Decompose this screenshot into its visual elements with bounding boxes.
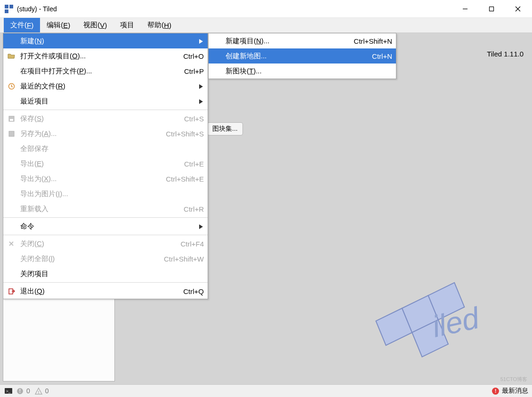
folder-open-icon (6, 51, 16, 61)
menu-item-close: 关闭(C) Ctrl+F4 (3, 236, 208, 251)
blank-icon (6, 222, 16, 231)
svg-marker-19 (199, 224, 203, 229)
window-title: (study) - Tiled (17, 5, 452, 13)
submenu-item-new-map[interactable]: 创建新地图... Ctrl+N (209, 48, 396, 64)
quit-icon (6, 286, 16, 296)
menu-item-export-image: 导出为图片(I)... (3, 186, 208, 201)
menu-item-save: 保存(S) Ctrl+S (3, 111, 208, 126)
shortcut-label: Ctrl+N (372, 52, 392, 60)
blank-icon (6, 204, 16, 214)
submenu-item-new-project[interactable]: 新建项目(N)... Ctrl+Shift+N (209, 33, 396, 48)
error-icon[interactable]: ! (15, 387, 24, 395)
blank-icon (6, 36, 16, 46)
close-button[interactable] (505, 0, 531, 17)
save-as-icon (6, 129, 16, 138)
svg-marker-14 (199, 84, 203, 89)
tileset-button[interactable]: 图块集... (207, 122, 243, 135)
titlebar: (study) - Tiled (0, 0, 532, 18)
statusbar: >_ ! 0 ! 0 ! 最新消息 (0, 384, 532, 397)
menu-separator (3, 235, 208, 235)
blank-icon (6, 96, 16, 106)
blank-icon (6, 189, 16, 198)
menu-item-commands[interactable]: 命令 (3, 219, 208, 234)
menu-item-export: 导出(E) Ctrl+E (3, 156, 208, 171)
shortcut-label: Ctrl+F4 (180, 240, 204, 248)
menu-item-close-all: 关闭全部(l) Ctrl+Shift+W (3, 251, 208, 266)
maximize-button[interactable] (478, 0, 505, 17)
menu-item-close-project[interactable]: 关闭项目 (3, 266, 208, 281)
shortcut-label: Ctrl+R (184, 205, 204, 213)
news-button[interactable]: ! 最新消息 (492, 387, 528, 395)
blank-icon (6, 159, 16, 168)
submenu-arrow-icon (199, 82, 203, 90)
svg-text:!: ! (38, 390, 39, 395)
svg-rect-17 (10, 119, 13, 121)
blank-icon (211, 36, 222, 46)
warning-icon[interactable]: ! (34, 387, 43, 395)
menu-separator (3, 110, 208, 110)
version-label: Tiled 1.11.0 (487, 50, 524, 58)
blank-icon (6, 144, 16, 153)
warning-count: 0 (45, 387, 49, 395)
shortcut-label: Ctrl+E (184, 160, 204, 168)
menu-file[interactable]: 文件(F) (4, 18, 40, 32)
menu-help[interactable]: 帮助(H) (141, 18, 178, 32)
menubar: 文件(F) 编辑(E) 视图(V) 项目 帮助(H) (0, 18, 532, 33)
shortcut-label: Ctrl+Shift+W (164, 255, 204, 263)
svg-rect-1 (9, 5, 13, 8)
menu-item-open-in-project[interactable]: 在项目中打开文件(P)... Ctrl+P (3, 64, 208, 79)
shortcut-label: Ctrl+Shift+E (166, 175, 204, 183)
clock-icon (6, 81, 16, 91)
menu-item-reload: 重新载入 Ctrl+R (3, 201, 208, 216)
menu-item-save-as: 另存为(A)... Ctrl+Shift+S (3, 126, 208, 141)
tiled-logo: iled (344, 257, 513, 361)
shortcut-label: Ctrl+O (183, 52, 204, 60)
menu-item-new[interactable]: 新建(N) (3, 33, 208, 48)
new-submenu: 新建项目(N)... Ctrl+Shift+N 创建新地图... Ctrl+N … (208, 33, 396, 79)
menu-view[interactable]: 视图(V) (77, 18, 113, 32)
save-icon (6, 114, 16, 123)
shortcut-label: Ctrl+Shift+N (354, 37, 392, 45)
notification-badge-icon: ! (492, 388, 499, 395)
news-label: 最新消息 (502, 387, 528, 395)
svg-marker-15 (199, 99, 203, 104)
menu-edit[interactable]: 编辑(E) (40, 18, 77, 32)
menu-item-export-as: 导出为(X)... Ctrl+Shift+E (3, 171, 208, 186)
svg-rect-4 (490, 7, 494, 11)
menu-item-recent-files[interactable]: 最近的文件(R) (3, 79, 208, 94)
blank-icon (211, 66, 222, 76)
blank-icon (6, 66, 16, 76)
menu-item-recent-projects[interactable]: 最近项目 (3, 94, 208, 109)
blank-icon (211, 51, 222, 61)
watermark: 51CTO博客 (500, 376, 527, 383)
file-menu-dropdown: 新建(N) 打开文件或项目(O)... Ctrl+O 在项目中打开文件(P)..… (3, 33, 208, 299)
svg-rect-2 (5, 9, 8, 13)
svg-rect-18 (9, 131, 14, 136)
error-count: 0 (26, 387, 30, 395)
shortcut-label: Ctrl+Q (183, 287, 204, 295)
submenu-arrow-icon (199, 222, 203, 230)
shortcut-label: Ctrl+S (184, 115, 204, 123)
menu-separator (3, 217, 208, 218)
shortcut-label: Ctrl+P (184, 67, 204, 75)
console-icon[interactable]: >_ (4, 387, 13, 395)
blank-icon (6, 269, 16, 278)
submenu-arrow-icon (199, 37, 203, 45)
close-icon (6, 239, 16, 248)
app-icon (5, 5, 13, 13)
blank-icon (6, 254, 16, 263)
menu-item-save-all: 全部保存 (3, 141, 208, 156)
svg-marker-12 (199, 39, 203, 44)
shortcut-label: Ctrl+Shift+S (166, 130, 204, 138)
submenu-arrow-icon (199, 97, 203, 105)
svg-rect-0 (5, 5, 8, 8)
menu-item-open[interactable]: 打开文件或项目(O)... Ctrl+O (3, 48, 208, 64)
menu-separator (3, 282, 208, 283)
submenu-item-new-tileset[interactable]: 新图块(T)... (209, 64, 396, 79)
window-controls (452, 0, 531, 17)
svg-text:>_: >_ (6, 389, 11, 393)
blank-icon (6, 174, 16, 183)
menu-project[interactable]: 项目 (113, 18, 141, 32)
minimize-button[interactable] (452, 0, 478, 17)
menu-item-quit[interactable]: 退出(Q) Ctrl+Q (3, 284, 208, 299)
